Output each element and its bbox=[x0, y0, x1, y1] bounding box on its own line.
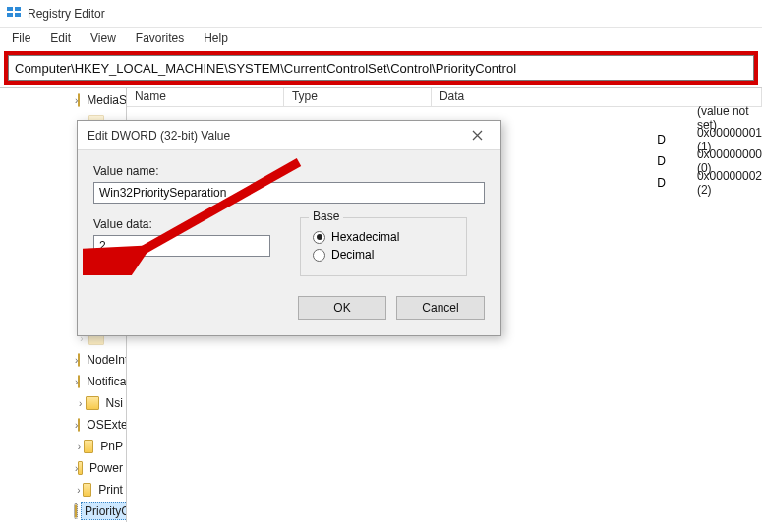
value-data-label: Value data: bbox=[93, 217, 270, 231]
address-highlight-annotation bbox=[4, 51, 758, 85]
title-bar: Registry Editor bbox=[0, 0, 762, 28]
ok-button[interactable]: OK bbox=[298, 296, 386, 320]
base-group: Base Hexadecimal Decimal bbox=[300, 217, 467, 276]
dialog-title: Edit DWORD (32-bit) Value bbox=[88, 129, 230, 143]
menu-bar: File Edit View Favorites Help bbox=[0, 28, 762, 49]
menu-file[interactable]: File bbox=[8, 30, 34, 47]
value-name-input[interactable] bbox=[93, 182, 485, 204]
list-headers: Name Type Data bbox=[127, 88, 762, 107]
window-title: Registry Editor bbox=[28, 7, 105, 21]
tree-item-power[interactable]: ›Power bbox=[0, 457, 126, 479]
tree-item-prioritycontrol[interactable]: PriorityControl bbox=[0, 501, 126, 522]
header-name[interactable]: Name bbox=[127, 88, 284, 106]
tree-item-nsi[interactable]: ›Nsi bbox=[0, 392, 126, 414]
radio-hex-label: Hexadecimal bbox=[331, 230, 399, 244]
header-type[interactable]: Type bbox=[284, 88, 432, 106]
tree-item-mediasets[interactable]: ›MediaSets bbox=[0, 89, 126, 111]
close-icon bbox=[472, 130, 483, 141]
tree-item-nodeinterfaces[interactable]: ›NodeInterfaces bbox=[0, 349, 126, 371]
cancel-button[interactable]: Cancel bbox=[396, 296, 485, 320]
radio-icon bbox=[313, 249, 325, 262]
tree-item-notifications[interactable]: ›Notifications bbox=[0, 371, 126, 392]
dialog-close-button[interactable] bbox=[463, 125, 491, 147]
svg-rect-1 bbox=[15, 7, 21, 11]
edit-dword-dialog: Edit DWORD (32-bit) Value Value name: Va… bbox=[77, 120, 501, 336]
value-data-input[interactable] bbox=[93, 235, 270, 257]
address-bar[interactable] bbox=[8, 55, 754, 81]
menu-edit[interactable]: Edit bbox=[46, 30, 75, 47]
tree-item-pnp[interactable]: ›PnP bbox=[0, 436, 126, 457]
radio-hex[interactable]: Hexadecimal bbox=[313, 230, 454, 244]
svg-rect-3 bbox=[15, 13, 21, 17]
dialog-title-bar[interactable]: Edit DWORD (32-bit) Value bbox=[78, 121, 500, 150]
base-legend: Base bbox=[309, 209, 343, 223]
menu-view[interactable]: View bbox=[87, 30, 120, 47]
menu-help[interactable]: Help bbox=[200, 30, 232, 47]
tree-item-print[interactable]: ›Print bbox=[0, 479, 126, 501]
svg-rect-0 bbox=[7, 7, 13, 11]
tree-item-osext[interactable]: ›OSExtensionDatabase bbox=[0, 414, 126, 436]
radio-icon bbox=[313, 231, 325, 244]
regedit-icon bbox=[6, 4, 22, 23]
value-name-label: Value name: bbox=[93, 164, 485, 178]
radio-dec[interactable]: Decimal bbox=[313, 248, 454, 262]
svg-rect-2 bbox=[7, 13, 13, 17]
menu-favorites[interactable]: Favorites bbox=[132, 30, 188, 47]
radio-dec-label: Decimal bbox=[331, 248, 374, 262]
